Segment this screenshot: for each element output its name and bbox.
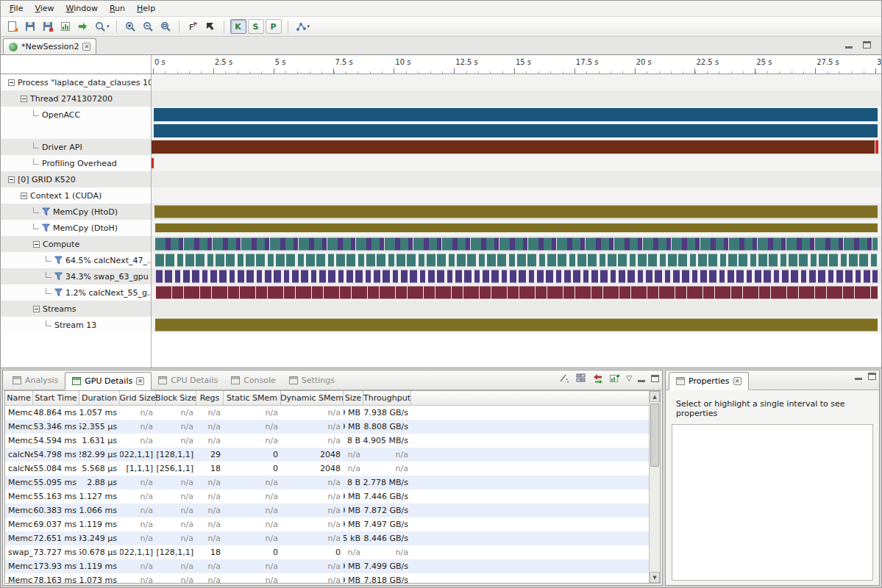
timeline-bar[interactable] (152, 158, 154, 168)
column-header-static-smem[interactable]: Static SMem (224, 391, 281, 405)
table-row[interactable]: Memcpy173.93 ms1.119 msn/an/an/an/an/a9 … (5, 559, 649, 573)
column-header-size[interactable]: Size (344, 391, 363, 405)
vertical-scrollbar[interactable]: ▲ ▼ (649, 391, 660, 583)
timeline-bar[interactable] (156, 270, 878, 283)
table-row[interactable]: Memcpy155.163 ms1.127 msn/an/an/an/an/a9… (5, 490, 649, 503)
tab-gpu-details[interactable]: GPU Details✕ (65, 372, 152, 390)
column-header-grid-size[interactable]: Grid Size (120, 391, 156, 405)
collapse-icon[interactable] (33, 306, 40, 312)
timeline-row-label[interactable]: MemCpy (DtoH) (1, 220, 152, 236)
timeline-row-label[interactable]: [0] GRID K520 (1, 171, 152, 187)
collapse-icon[interactable] (33, 241, 40, 248)
maximize-icon[interactable] (651, 375, 659, 382)
timeline-bar[interactable] (154, 108, 878, 121)
collapse-icon[interactable] (21, 96, 27, 102)
timeline-row-label[interactable]: Stream 13 (1, 317, 152, 333)
timeline-track[interactable] (152, 90, 881, 107)
minimize-icon[interactable] (845, 46, 853, 49)
new-session-button[interactable] (4, 18, 21, 35)
swap-arrows-icon[interactable] (592, 373, 603, 384)
menu-file[interactable]: File (4, 1, 29, 15)
timeline-track[interactable] (152, 123, 881, 139)
filter-icon[interactable] (54, 288, 63, 297)
scroll-up-button[interactable]: ▲ (650, 391, 660, 402)
filter-icon[interactable] (54, 256, 63, 265)
timeline-bar[interactable] (155, 223, 878, 232)
pen-dots-icon[interactable] (558, 373, 569, 384)
timeline-bar[interactable] (152, 140, 875, 154)
scroll-down-button[interactable]: ▼ (650, 572, 660, 583)
timeline-track[interactable] (152, 317, 881, 333)
timeline-bar[interactable] (154, 206, 878, 218)
maximize-icon[interactable] (863, 41, 871, 49)
tab-properties[interactable]: Properties ✕ (669, 372, 749, 390)
timeline-row-label[interactable]: 1.2% calcNext_55_g... (1, 284, 152, 301)
close-icon[interactable]: ✕ (733, 377, 741, 385)
table-row[interactable]: swap_63173.727 ms60.678 µs[1022,1,1][128… (5, 545, 649, 559)
timeline-bar[interactable] (155, 319, 878, 331)
dropdown-caret-icon[interactable]: ▾ (307, 24, 310, 29)
timeline-row-label[interactable]: Thread 2741307200 (1, 90, 152, 107)
export-button[interactable] (75, 18, 91, 35)
column-header-duration[interactable]: Duration (79, 391, 120, 405)
save-as-button[interactable] (40, 18, 56, 35)
table-row[interactable]: Memcpy153.346 ms62.355 µsn/an/an/an/an/a… (5, 420, 649, 434)
collapse-icon[interactable] (8, 79, 15, 86)
timeline-row-label[interactable]: Profiling Overhead (1, 155, 152, 171)
filter-icon[interactable] (42, 207, 50, 216)
s-toggle-button[interactable]: S (248, 19, 264, 34)
column-header-name[interactable]: Name (5, 391, 33, 405)
tab-settings[interactable]: Settings (282, 371, 341, 390)
menu-view[interactable]: View (29, 1, 60, 15)
timeline-track[interactable] (152, 252, 881, 268)
menu-help[interactable]: Help (131, 1, 161, 15)
timeline-track[interactable] (152, 171, 881, 187)
maximize-icon[interactable] (868, 373, 876, 380)
timeline-track[interactable] (152, 187, 881, 204)
column-header-start-time[interactable]: Start Time (33, 391, 79, 405)
ruler-track[interactable]: 0 s2.5 s5 s7.5 s10 s12.5 s15 s17.5 s20 s… (152, 55, 881, 74)
zoom-fit-button[interactable] (157, 18, 174, 35)
timeline-bar[interactable] (154, 124, 878, 137)
timeline-row-label[interactable]: OpenACC (1, 107, 152, 123)
chart-export-icon[interactable] (609, 373, 620, 384)
timeline-track[interactable] (152, 301, 881, 317)
table-row[interactable]: calcNext154.798 ms282.99 µs[1022,1,1][12… (5, 448, 649, 462)
k-toggle-button[interactable]: K (230, 19, 246, 34)
timeline-row-label[interactable]: Compute (1, 236, 152, 252)
timeline-track[interactable] (152, 107, 881, 123)
timeline-row-label[interactable]: 64.5% calcNext_47_... (1, 252, 152, 268)
view-menu-icon[interactable]: ▽ (626, 374, 632, 382)
marker-back-button[interactable] (202, 18, 218, 35)
timeline-track[interactable] (152, 220, 881, 236)
table-row[interactable]: Memcpy178.163 ms1.073 msn/an/an/an/an/a9… (5, 573, 649, 583)
chart-report-button[interactable] (57, 18, 74, 35)
close-icon[interactable]: ✕ (136, 377, 144, 385)
zoom-in-button[interactable] (122, 18, 138, 35)
timeline-bar[interactable] (155, 238, 878, 251)
column-header-throughput[interactable]: Throughput (363, 391, 411, 405)
table-row[interactable]: Memcpy169.037 ms1.119 msn/an/an/an/an/a9… (5, 517, 649, 531)
timeline-bar[interactable] (156, 287, 878, 299)
zoom-out-button[interactable] (140, 18, 156, 35)
timeline-row-label[interactable]: Streams (1, 301, 152, 317)
filter-icon[interactable] (54, 272, 63, 281)
collapse-icon[interactable] (21, 193, 27, 199)
column-header-dynamic-smem[interactable]: Dynamic SMem (281, 391, 344, 405)
filter-icon[interactable] (42, 223, 50, 232)
table-row[interactable]: Memcpy155.095 ms2.88 µsn/an/an/an/an/a8 … (5, 476, 649, 490)
timeline-row-label[interactable]: Driver API (1, 139, 152, 155)
timeline-bar[interactable] (875, 140, 878, 154)
timeline-track[interactable] (152, 74, 881, 90)
marker-forward-button[interactable]: F (185, 18, 201, 35)
menu-run[interactable]: Run (104, 1, 131, 15)
timeline-row-label[interactable]: 34.3% swap_63_gpu (1, 268, 152, 284)
tab-cpu-details[interactable]: CPU Details (152, 371, 224, 390)
timeline-track[interactable] (152, 204, 881, 220)
collapse-icon[interactable] (8, 176, 15, 183)
group-by-icon[interactable] (575, 373, 586, 384)
dropdown-caret-icon[interactable]: ▾ (107, 24, 110, 29)
table-row[interactable]: calcNext155.084 ms5.568 µs[1,1,1][256,1,… (5, 462, 649, 476)
menu-window[interactable]: Window (60, 1, 104, 15)
timeline-track[interactable] (152, 155, 881, 171)
